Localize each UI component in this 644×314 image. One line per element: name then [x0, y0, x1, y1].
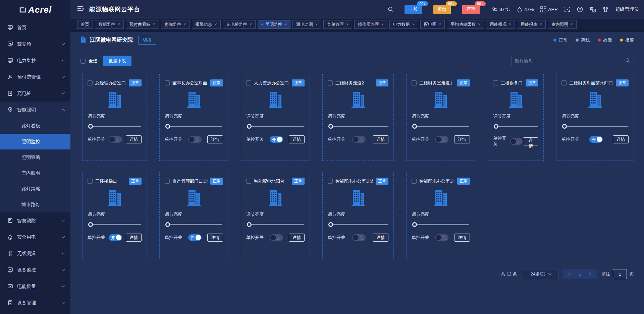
detail-button[interactable]: 详情	[126, 135, 142, 143]
slider-handle[interactable]	[412, 124, 417, 129]
search-icon[interactable]	[388, 6, 394, 12]
slider-handle[interactable]	[494, 124, 498, 129]
tab-0[interactable]: 首页	[77, 20, 93, 29]
brightness-slider[interactable]	[328, 124, 388, 129]
tab-12[interactable]: 平均功率因数×	[447, 20, 484, 29]
sidebar-subitem[interactable]: 路灯策略	[0, 181, 70, 197]
device-checkbox[interactable]	[165, 179, 170, 184]
sidebar-subitem[interactable]: 室内照明	[0, 165, 70, 181]
device-checkbox[interactable]	[88, 179, 93, 184]
detail-button[interactable]: 详情	[289, 234, 305, 242]
page-size-select[interactable]: 24条/页	[523, 269, 558, 279]
next-page-button[interactable]	[585, 269, 595, 279]
tab-13[interactable]: 用能概况×	[486, 20, 515, 29]
sidebar-item-cockpit[interactable]: 驾驶舱	[0, 36, 70, 52]
switch-site-button[interactable]: 切换	[138, 36, 156, 45]
tab-15[interactable]: 室内照明×	[548, 20, 577, 29]
current-page[interactable]: 1	[575, 272, 585, 277]
slider-handle[interactable]	[165, 222, 170, 227]
device-checkbox[interactable]	[328, 80, 333, 85]
tab-close-icon[interactable]: ×	[478, 22, 480, 27]
tab-3[interactable]: 房间监控×	[161, 20, 190, 29]
alarm-level-button-0[interactable]: 一般99+	[405, 5, 422, 14]
tab-14[interactable]: 用能报表×	[517, 20, 546, 29]
detail-button[interactable]: 详情	[373, 135, 388, 143]
tab-1[interactable]: 数据监控×	[95, 20, 124, 29]
detail-button[interactable]: 详情	[613, 135, 629, 143]
brightness-slider[interactable]	[562, 124, 628, 129]
slider-handle[interactable]	[562, 124, 567, 129]
tab-close-icon[interactable]: ×	[184, 22, 186, 27]
sidebar-item-thermo[interactable]: 无线测温	[0, 245, 70, 262]
tab-close-icon[interactable]: ×	[381, 22, 384, 27]
power-toggle[interactable]: 开	[188, 234, 202, 241]
device-checkbox[interactable]	[165, 80, 170, 85]
sidebar-item-monitor[interactable]: 设备监控	[0, 262, 70, 278]
sidebar-item-fire[interactable]: 智慧消防	[0, 212, 70, 229]
tab-5[interactable]: 充电桩监控×	[223, 20, 256, 29]
device-checkbox[interactable]	[412, 80, 417, 85]
tab-close-icon[interactable]: ×	[540, 22, 542, 27]
slider-handle[interactable]	[247, 124, 252, 129]
device-checkbox[interactable]	[412, 179, 417, 184]
slider-handle[interactable]	[328, 124, 333, 129]
tab-close-icon[interactable]: ×	[118, 22, 120, 27]
device-checkbox[interactable]	[246, 179, 251, 184]
device-checkbox[interactable]	[493, 80, 498, 85]
tab-7[interactable]: 漏电监测×	[292, 20, 321, 29]
brightness-slider[interactable]	[88, 222, 141, 227]
power-toggle[interactable]: 关	[188, 136, 202, 143]
sidebar-item-wave[interactable]: 电能质量	[0, 278, 70, 295]
sidebar-subitem[interactable]: 路灯看板	[0, 118, 70, 134]
sidebar-subitem[interactable]: 照明策略	[0, 149, 70, 165]
language-icon[interactable]: 中A	[590, 6, 596, 12]
tab-close-icon[interactable]: ×	[439, 22, 441, 27]
power-toggle[interactable]: 关	[270, 234, 283, 241]
tab-2[interactable]: 预付费看板×	[126, 20, 159, 29]
brightness-slider[interactable]	[412, 222, 469, 227]
brightness-slider[interactable]	[165, 222, 222, 227]
sidebar-item-user[interactable]: 预付费管理	[0, 69, 70, 85]
power-toggle[interactable]: 关	[435, 234, 448, 241]
tab-close-icon[interactable]: ×	[509, 22, 511, 27]
sidebar-item-flame[interactable]: 安全用电	[0, 229, 70, 245]
brightness-slider[interactable]	[247, 222, 304, 227]
tab-close-icon[interactable]: ×	[412, 22, 415, 27]
app-qr[interactable]: APP	[540, 6, 557, 12]
slider-handle[interactable]	[247, 222, 252, 227]
brightness-slider[interactable]	[494, 124, 538, 129]
power-toggle[interactable]: 关	[510, 138, 523, 145]
power-toggle[interactable]: 关	[109, 136, 122, 143]
sidebar-item-meter[interactable]: 电力集抄	[0, 52, 70, 69]
brightness-slider[interactable]	[412, 124, 469, 129]
tab-8[interactable]: 菜单管理×	[323, 20, 352, 29]
current-user[interactable]: 超级管理员	[615, 6, 639, 12]
help-icon[interactable]	[577, 6, 583, 12]
lamp-search-input[interactable]	[515, 59, 625, 64]
power-toggle[interactable]: 开	[109, 234, 122, 241]
detail-button[interactable]: 详情	[126, 234, 142, 242]
sidebar-item-home[interactable]: 05首页	[0, 19, 70, 36]
theme-shirt-icon[interactable]	[602, 6, 608, 12]
search-input-icon[interactable]	[625, 58, 630, 64]
goto-page-input[interactable]	[613, 269, 627, 279]
fullscreen-icon[interactable]	[564, 6, 570, 12]
tab-11[interactable]: 配电图×	[420, 20, 445, 29]
tab-active[interactable]: 照明监控×	[258, 20, 290, 29]
brightness-slider[interactable]	[88, 124, 141, 129]
tab-close-icon[interactable]: ×	[215, 22, 217, 27]
detail-button[interactable]: 详情	[207, 234, 223, 242]
power-toggle[interactable]: 开	[270, 136, 283, 143]
slider-handle[interactable]	[88, 124, 93, 129]
tab-4[interactable]: 报警信息×	[192, 20, 221, 29]
collapse-menu-icon[interactable]	[77, 6, 84, 13]
power-toggle[interactable]: 关	[352, 136, 366, 143]
detail-button[interactable]: 详情	[523, 137, 538, 145]
sidebar-item-device[interactable]: 设备管理	[0, 295, 70, 311]
detail-button[interactable]: 详情	[454, 135, 470, 143]
alarm-level-button-2[interactable]: 严重99+	[462, 5, 480, 14]
tab-close-icon[interactable]: ×	[284, 22, 287, 27]
tab-10[interactable]: 电力数据×	[389, 20, 418, 29]
device-checkbox[interactable]	[561, 80, 567, 85]
batch-dispatch-button[interactable]: 批量下发	[103, 56, 131, 66]
